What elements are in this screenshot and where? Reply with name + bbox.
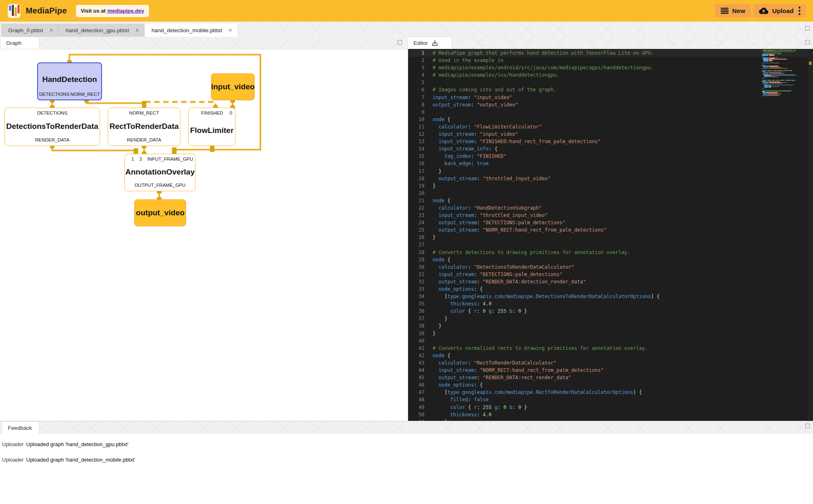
- graph-node-annotation-overlay[interactable]: 12INPUT_FRAME_GPUAnnotationOverlayOUTPUT…: [124, 154, 195, 191]
- graph-canvas[interactable]: HandDetectionDETECTIONSNORM_RECTinput_vi…: [0, 49, 408, 421]
- port-label: NORM_RECT: [70, 92, 100, 97]
- line-number: 4: [408, 71, 424, 79]
- line-number: 18: [408, 175, 424, 182]
- app-title: MediaPipe: [26, 6, 67, 15]
- code-line: 23 input_stream: "throttled_input_video": [408, 212, 813, 219]
- line-number: 17: [408, 168, 424, 175]
- graph-node-output-video[interactable]: output_video: [134, 199, 186, 226]
- line-number: 40: [408, 337, 424, 345]
- graph-node-input-video[interactable]: input_video: [211, 73, 255, 100]
- close-tab-icon[interactable]: ×: [227, 27, 233, 33]
- new-button[interactable]: New: [715, 4, 751, 18]
- node-title: AnnotationOverlay: [125, 161, 195, 183]
- line-number: 2: [408, 57, 424, 64]
- code-editor[interactable]: 1# MediaPipe graph that performs hand de…: [408, 49, 813, 421]
- file-tab-bar: Graph_0.pbtxt×hand_detection_gpu.pbtxt×h…: [0, 22, 813, 37]
- graph-edge: [145, 102, 215, 108]
- tab-graph[interactable]: Graph: [0, 37, 39, 49]
- port-label: DETECTIONS: [37, 111, 67, 115]
- maximize-graph-panel-icon[interactable]: [398, 40, 402, 44]
- line-number: 50: [408, 411, 424, 418]
- port-label: 1: [131, 157, 134, 161]
- port-square: [172, 148, 177, 152]
- download-icon[interactable]: [431, 40, 438, 46]
- code-line: 32 output_stream: "RENDER_DATA:detection…: [408, 278, 813, 285]
- more-options-icon[interactable]: [799, 6, 801, 15]
- line-number: 42: [408, 352, 424, 359]
- code-line: 15 tag_index: "FINISHED": [408, 153, 813, 160]
- port-label: 0: [230, 111, 232, 115]
- editor-scrollbar[interactable]: [808, 49, 813, 421]
- line-number: 49: [408, 404, 424, 411]
- code-line: 24 output_stream: "DETECTIONS:palm_detec…: [408, 219, 813, 226]
- code-line: 47 [type.googleapis.com/mediapipe.RectTo…: [408, 389, 813, 396]
- file-tabs: Graph_0.pbtxt×hand_detection_gpu.pbtxt×h…: [1, 24, 237, 37]
- line-number: 26: [408, 234, 424, 241]
- file-tab-label: Graph_0.pbtxt: [8, 27, 43, 33]
- code-line: 44 input_stream: "NORM_RECT:hand_rect_fr…: [408, 367, 813, 374]
- line-number: 3: [408, 64, 424, 71]
- line-number: 24: [408, 219, 424, 226]
- feedback-source: Uploader: [0, 457, 26, 463]
- graph-node-rect-to-render-data[interactable]: NORM_RECTRectToRenderDataRENDER_DATA: [108, 108, 180, 146]
- file-tab-hand_detection_gpu.pbtxt[interactable]: hand_detection_gpu.pbtxt×: [59, 24, 145, 37]
- line-number: 9: [408, 108, 424, 116]
- line-number: 1: [408, 49, 424, 57]
- line-number: 19: [408, 182, 424, 190]
- line-number: 25: [408, 226, 424, 234]
- editor-minimap[interactable]: [762, 50, 795, 97]
- maximize-feedback-panel-icon[interactable]: [805, 424, 810, 428]
- maximize-editor-panel-icon[interactable]: [805, 40, 810, 44]
- line-number: 45: [408, 374, 424, 381]
- line-number: 23: [408, 212, 424, 219]
- new-button-label: New: [732, 7, 745, 15]
- upload-cloud-icon: [759, 7, 769, 14]
- code-line: 20: [408, 190, 813, 197]
- code-line: 46 node_options: {: [408, 381, 813, 389]
- code-line: 2# Used in the example in: [408, 57, 813, 64]
- line-number: 33: [408, 285, 424, 293]
- code-line: 6# Images coming into and out of the gra…: [408, 86, 813, 93]
- code-line: 21node {: [408, 197, 813, 204]
- node-title: output_video: [135, 208, 186, 217]
- graph-node-hand-detection[interactable]: HandDetectionDETECTIONSNORM_RECT: [37, 62, 102, 100]
- close-tab-icon[interactable]: ×: [134, 27, 140, 33]
- port-labels: OUTPUT_FRAME_GPU: [125, 183, 195, 188]
- code-line: 7input_stream: "input_video": [408, 94, 813, 101]
- port-labels: 12INPUT_FRAME_GPU: [125, 157, 195, 161]
- line-number: 29: [408, 256, 424, 263]
- code-line: 37 }: [408, 315, 813, 322]
- feedback-message: Uploaded graph 'hand_detection_mobile.pb…: [26, 457, 135, 463]
- line-number: 21: [408, 197, 424, 204]
- file-tab-Graph_0.pbtxt[interactable]: Graph_0.pbtxt×: [1, 24, 59, 37]
- feedback-row: UploaderUploaded graph 'hand_detection_g…: [0, 436, 813, 452]
- tab-editor[interactable]: Editor: [407, 37, 452, 49]
- code-line: 30 calculator: "DetectionsToRenderDataCa…: [408, 263, 813, 271]
- graph-edge: [52, 146, 136, 154]
- graph-node-detections-to-render-data[interactable]: DETECTIONSDetectionsToRenderDataRENDER_D…: [4, 108, 100, 146]
- workspace: Graph HandDetectionDETECTIONSNORM_RECTin…: [0, 37, 813, 421]
- mediapipe-visualizer: MediaPipe Visit us at mediapipe.dev New: [0, 0, 813, 504]
- line-number: 41: [408, 345, 424, 352]
- code-line: 10node {: [408, 116, 813, 123]
- line-number: 30: [408, 263, 424, 271]
- port-label: FINISHED: [201, 111, 223, 115]
- graph-node-flow-limiter[interactable]: FINISHED0FlowLimiter: [188, 108, 235, 146]
- feedback-source: Uploader: [0, 441, 26, 447]
- code-line: 43 calculator: "RectToRenderDataCalculat…: [408, 359, 813, 367]
- mediapipe-dev-link[interactable]: mediapipe.dev: [107, 8, 144, 14]
- line-number: 15: [408, 153, 424, 160]
- new-list-icon: [721, 8, 729, 14]
- line-number: 37: [408, 315, 424, 322]
- close-tab-icon[interactable]: ×: [49, 27, 54, 33]
- port-label: NORM_RECT: [129, 111, 159, 115]
- code-line: 49 color { r: 255 g: 0 b: 0 }: [408, 404, 813, 411]
- port-labels: RENDER_DATA: [108, 137, 180, 142]
- upload-button[interactable]: Upload: [753, 4, 806, 18]
- file-tab-label: hand_detection_gpu.pbtxt: [66, 27, 129, 33]
- file-tab-hand_detection_mobile.pbtxt[interactable]: hand_detection_mobile.pbtxt×: [144, 24, 237, 37]
- code-line: 40: [408, 337, 813, 345]
- tab-feedback[interactable]: Feedback: [2, 421, 39, 434]
- scrollbar-marker: [809, 62, 812, 65]
- maximize-tabbar-icon[interactable]: [805, 26, 810, 31]
